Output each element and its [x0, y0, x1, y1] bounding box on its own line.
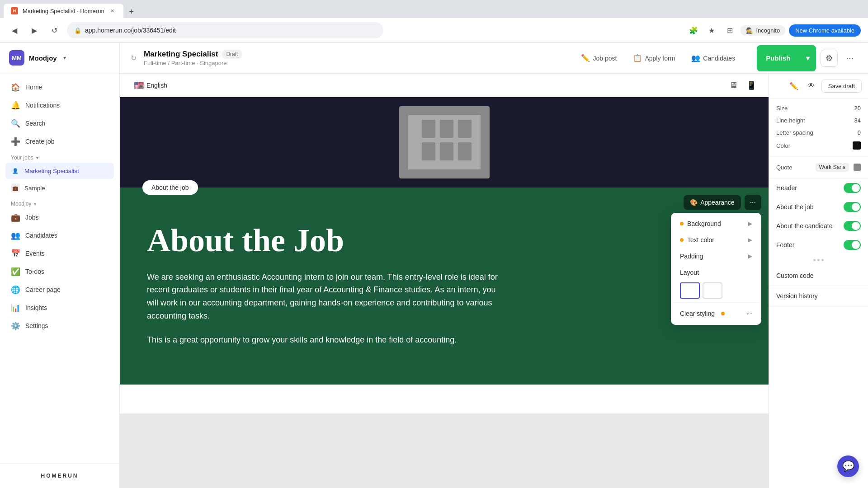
version-history-label: Version history — [776, 292, 818, 300]
line-height-row: Line height 34 — [776, 117, 861, 124]
address-bar[interactable]: 🔒 app.homerun.co/job/336451/edit — [67, 22, 383, 38]
sidebar: MM Moodjoy ▾ 🏠 Home 🔔 Notifications 🔍 Se… — [0, 43, 120, 488]
right-panel: ✏️ 👁 Save draft Size 20 Line height 34 L… — [769, 74, 868, 488]
editor-area: 🇺🇸 English 🖥 📱 — [120, 74, 868, 488]
layout-option-1[interactable] — [680, 282, 700, 299]
sidebar-item-candidates[interactable]: 👥 Candidates — [5, 227, 114, 244]
desktop-button[interactable]: 🖥 — [725, 77, 741, 94]
line-height-value: 34 — [854, 117, 861, 124]
applyform-nav-item[interactable]: 📋 Apply form — [626, 50, 682, 66]
header-toggle[interactable] — [844, 183, 861, 193]
aboutjob-toggle-label: About the job — [776, 203, 814, 211]
version-history-item[interactable]: Version history — [769, 286, 868, 306]
quote-color-swatch[interactable] — [854, 164, 861, 171]
svg-rect-2 — [440, 120, 453, 138]
more-options-button[interactable]: ··· — [842, 51, 857, 65]
mobile-button[interactable]: 📱 — [743, 77, 760, 94]
sync-icon[interactable]: ↻ — [131, 54, 137, 62]
extensions-button[interactable]: 🧩 — [686, 23, 701, 38]
sidebar-item-home[interactable]: 🏠 Home — [5, 79, 114, 96]
publish-button[interactable]: Publish ▾ — [757, 45, 816, 71]
panel-toolbar: ✏️ 👁 Save draft — [769, 74, 868, 99]
back-button[interactable]: ◀ — [7, 23, 22, 38]
dropdown-textcolor[interactable]: Text color ▶ — [674, 232, 759, 248]
custom-code-item[interactable]: Custom code — [769, 266, 868, 286]
sidebar-item-insights[interactable]: 📊 Insights — [5, 299, 114, 316]
publish-arrow-icon[interactable]: ▾ — [800, 50, 816, 67]
sidebar-item-create[interactable]: ➕ Create job — [5, 133, 114, 150]
settings-icon: ⚙️ — [11, 321, 20, 330]
jobpost-nav-item[interactable]: ✏️ Job post — [574, 50, 624, 66]
sidebar-item-notifications[interactable]: 🔔 Notifications — [5, 97, 114, 114]
sidebar-item-todos[interactable]: ✅ To-dos — [5, 263, 114, 280]
dropdown-layout[interactable]: Layout — [674, 264, 759, 281]
svg-rect-5 — [440, 142, 453, 160]
org-chevron-icon[interactable]: ▾ — [63, 55, 66, 61]
footer-toggle[interactable] — [844, 240, 861, 250]
layout-option-2[interactable] — [703, 282, 722, 299]
color-swatch[interactable] — [853, 141, 861, 150]
svg-rect-6 — [458, 142, 472, 160]
custom-code-label: Custom code — [776, 272, 813, 279]
tab-close-btn[interactable]: ✕ — [109, 7, 116, 14]
sidebar-item-events[interactable]: 📅 Events — [5, 245, 114, 262]
aboutjob-toggle[interactable] — [844, 202, 861, 212]
browser-toolbar: ◀ ▶ ↺ 🔒 app.homerun.co/job/336451/edit 🧩… — [0, 18, 868, 43]
dropdown-background[interactable]: Background ▶ — [674, 216, 759, 232]
chat-fab[interactable]: 💬 — [837, 455, 859, 477]
footer-toggle-row: Footer — [769, 235, 868, 254]
device-buttons: 🖥 📱 — [725, 77, 760, 94]
new-tab-button[interactable]: + — [125, 5, 138, 18]
about-job-tag[interactable]: About the job — [142, 180, 198, 195]
search-icon: 🔍 — [11, 119, 20, 128]
textcolor-dot — [680, 238, 684, 242]
your-jobs-section[interactable]: Your jobs ▾ — [5, 151, 114, 163]
clear-dot — [721, 312, 725, 315]
color-label: Color — [776, 142, 790, 149]
letter-spacing-row: Letter spacing 0 — [776, 129, 861, 136]
sidebar-item-careerpage[interactable]: 🌐 Career page — [5, 281, 114, 298]
create-icon: ➕ — [11, 137, 20, 146]
new-chrome-button[interactable]: New Chrome available — [789, 24, 861, 37]
moodjoy-section[interactable]: Moodjoy ▾ — [5, 197, 114, 209]
sidebar-nav: 🏠 Home 🔔 Notifications 🔍 Search ➕ Create… — [0, 73, 119, 463]
quote-label: Quote — [776, 164, 792, 171]
save-draft-button[interactable]: Save draft — [821, 80, 862, 93]
browser-chrome: H Marketing Specialist · Homerun ✕ + ◀ ▶… — [0, 0, 868, 43]
header-toggle-label: Header — [776, 184, 797, 192]
sidebar-item-jobs[interactable]: 💼 Jobs — [5, 209, 114, 226]
sidebar-job-sample[interactable]: 💼 Sample — [5, 180, 114, 196]
pen-tool-button[interactable]: ✏️ — [787, 79, 801, 93]
language-button[interactable]: 🇺🇸 English — [129, 77, 172, 94]
customize-button[interactable]: ⊞ — [722, 23, 737, 38]
dropdown-padding[interactable]: Padding ▶ — [674, 248, 759, 264]
browser-tabs: H Marketing Specialist · Homerun ✕ + — [0, 0, 868, 18]
preview-tool-button[interactable]: 👁 — [804, 79, 818, 93]
sidebar-job-marketing[interactable]: 👤 Marketing Specialist — [5, 163, 114, 179]
sidebar-bottom: HOMERUN — [0, 463, 119, 488]
sidebar-item-jobs-label: Jobs — [25, 214, 39, 221]
forward-button[interactable]: ▶ — [27, 23, 42, 38]
toolbar-right: 🧩 ★ ⊞ 🕵 Incognito New Chrome available — [686, 23, 861, 38]
gear-button[interactable]: ⚙ — [821, 50, 838, 67]
lock-icon: 🔒 — [74, 27, 81, 34]
section-more-button[interactable]: ··· — [745, 195, 761, 210]
incognito-badge[interactable]: 🕵 Incognito — [741, 25, 785, 36]
appearance-button[interactable]: 🎨 Appearance — [684, 195, 741, 210]
candidates-icon: 👥 — [11, 231, 20, 240]
insights-icon: 📊 — [11, 303, 20, 312]
dropdown-clear[interactable]: Clear styling ⤺ — [674, 305, 759, 322]
sidebar-item-settings[interactable]: ⚙️ Settings — [5, 317, 114, 334]
candidates-nav-icon: 👥 — [691, 54, 700, 62]
sidebar-item-search[interactable]: 🔍 Search — [5, 115, 114, 132]
your-jobs-label: Your jobs — [11, 155, 33, 161]
appearance-dropdown: Background ▶ Text color ▶ — [671, 213, 761, 325]
sidebar-item-candidates-label: Candidates — [25, 232, 57, 239]
aboutcandidate-toggle[interactable] — [844, 221, 861, 231]
bookmark-button[interactable]: ★ — [704, 23, 719, 38]
candidates-nav-item[interactable]: 👥 Candidates — [684, 50, 742, 66]
active-tab[interactable]: H Marketing Specialist · Homerun ✕ — [4, 4, 123, 18]
panel-more-dots — [769, 254, 868, 266]
refresh-button[interactable]: ↺ — [47, 23, 61, 38]
typography-section: Size 20 Line height 34 Letter spacing 0 … — [769, 99, 868, 156]
